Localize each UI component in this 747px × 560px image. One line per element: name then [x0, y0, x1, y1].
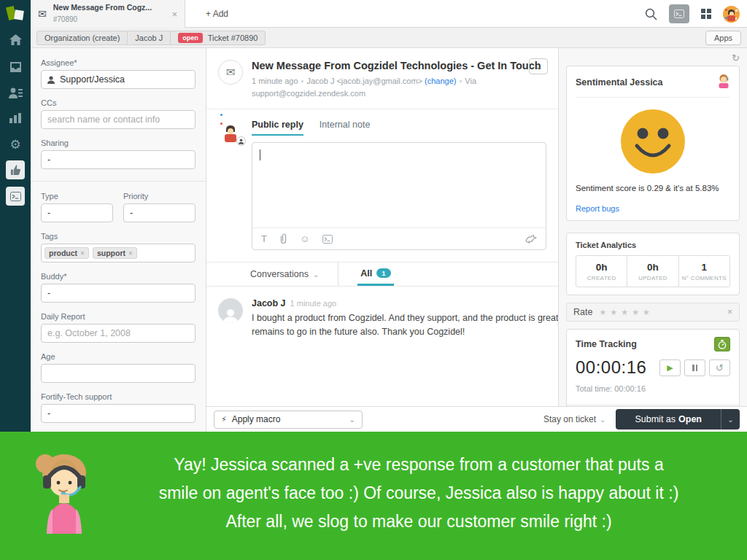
submit-button-group: Submit as Open ⌄ [616, 409, 740, 429]
bird-preview-icon[interactable] [525, 234, 537, 244]
tab-all-conversations[interactable]: All 1 [357, 262, 393, 286]
text-format-icon[interactable]: T [261, 233, 267, 244]
apply-macro-dropdown[interactable]: ⚡ Apply macro ⌄ [214, 411, 363, 429]
apps-panel: ↻ Sentimental Jessica Sentiment score is… [558, 48, 747, 406]
reply-composer: Public reply Internal note T ☺ [206, 109, 558, 262]
tag-chip[interactable]: support × [93, 247, 137, 259]
ticket-tab[interactable]: ✉ New Message From Cogz... #70890 × [31, 0, 185, 28]
rate-label: Rate [573, 307, 592, 317]
stopwatch-settings-button[interactable] [714, 337, 730, 351]
submit-as-open-button[interactable]: Submit as Open [616, 409, 721, 429]
submit-status: Open [678, 414, 702, 424]
rate-stars[interactable]: ★ ★ ★ ★ ★ [599, 308, 651, 317]
add-tab-button[interactable]: + Add [206, 0, 228, 28]
daily-report-input[interactable] [47, 328, 189, 338]
apps-grid-icon[interactable] [701, 9, 711, 19]
breadcrumb-organization[interactable]: Organization (create) [36, 31, 128, 45]
tag-remove-icon[interactable]: × [128, 249, 133, 257]
apply-macro-label: Apply macro [232, 414, 281, 424]
home-icon[interactable] [0, 33, 31, 47]
close-tab-icon[interactable]: × [171, 9, 177, 20]
rate-close-icon[interactable]: × [727, 307, 732, 317]
email-header: ✉ New Message From Cogzidel Technologies… [206, 48, 558, 109]
priority-select[interactable]: - [123, 203, 196, 222]
email-subject: New Message From Cogzidel Technologies -… [252, 60, 543, 71]
text-caret [260, 149, 260, 160]
customers-icon[interactable] [0, 85, 31, 100]
stay-on-ticket-dropdown[interactable]: Stay on ticket ⌄ [543, 414, 605, 424]
ticket-fields-panel: Assignee* Support/Jessica CCs Sharing - … [31, 48, 206, 432]
conversation-count-badge: 1 [376, 268, 390, 278]
email-from: Jacob J <jacob.jay@gmail.com> [306, 77, 422, 85]
tag-chip[interactable]: product × [44, 247, 89, 259]
all-label: All [360, 268, 372, 279]
tab-internal-note[interactable]: Internal note [320, 120, 371, 136]
conversations-dropdown[interactable]: Conversations ⌄ [250, 262, 319, 286]
assignee-select[interactable]: Support/Jessica [41, 70, 196, 89]
emoji-icon[interactable]: ☺ [300, 233, 309, 244]
age-field: Age [41, 352, 196, 383]
console-app-icon[interactable] [6, 187, 25, 206]
sentiment-app-icon[interactable] [6, 160, 25, 179]
timer-pause-button[interactable] [684, 359, 705, 376]
time-tracking-card: Time Tracking 00:00:16 ▶ ↺ Total time: 0… [566, 329, 740, 406]
tag-remove-icon[interactable]: × [80, 249, 85, 257]
comment-author[interactable]: Jacob J [252, 298, 286, 308]
ccs-input[interactable] [47, 114, 189, 125]
tab-public-reply[interactable]: Public reply [252, 120, 303, 136]
composer-tabs: Public reply Internal note [252, 120, 546, 136]
tags-label: Tags [41, 232, 196, 241]
support-agent-illustration [28, 448, 101, 544]
topbar-actions [645, 0, 740, 28]
admin-gear-icon[interactable]: ⚙ [0, 137, 31, 152]
conversations-label: Conversations [250, 269, 309, 279]
apps-button[interactable]: Apps [705, 31, 741, 45]
buddy-select[interactable]: - [41, 284, 196, 303]
fortify-select[interactable]: - [41, 404, 196, 423]
change-link[interactable]: (change) [425, 77, 456, 85]
person-icon [47, 76, 55, 84]
tags-input[interactable]: product × support × [41, 244, 196, 262]
type-select[interactable]: - [41, 203, 113, 222]
reply-editor[interactable]: T ☺ [252, 142, 546, 250]
refresh-apps-icon[interactable]: ↻ [732, 52, 740, 66]
views-icon[interactable] [0, 60, 31, 74]
breadcrumb-requester[interactable]: Jacob J [128, 31, 171, 45]
analytics-title: Ticket Analytics [576, 241, 730, 249]
timer-play-button[interactable]: ▶ [659, 359, 681, 376]
buddy-value: - [47, 288, 50, 298]
envelope-icon: ✉ [38, 8, 47, 20]
priority-field: Priority - [123, 192, 196, 222]
type-field: Type - [41, 192, 113, 222]
jessica-avatar-icon [717, 74, 730, 91]
sharing-label: Sharing [41, 139, 196, 147]
user-avatar[interactable] [723, 6, 740, 23]
submit-options-caret[interactable]: ⌄ [721, 409, 740, 429]
brand-logo[interactable] [0, 0, 31, 28]
sentiment-score-text: Sentiment score is 0.29 & it's at 5.83% [576, 184, 730, 192]
tab-title: New Message From Cogz... [53, 3, 168, 12]
app-shortcut-icon[interactable] [322, 235, 333, 244]
rate-widget: Rate ★ ★ ★ ★ ★ × [566, 303, 740, 322]
chevron-down-icon: ⌄ [313, 271, 319, 279]
sharing-select[interactable]: - [41, 150, 196, 169]
console-button[interactable] [669, 4, 689, 23]
age-input[interactable] [47, 368, 189, 378]
header-options-button[interactable]: ⌄ [529, 58, 548, 74]
divider [338, 262, 338, 286]
search-icon[interactable] [645, 8, 657, 20]
age-label: Age [41, 352, 196, 361]
timer-reset-button[interactable]: ↺ [709, 359, 730, 376]
analytics-updated: 0h UPDATED [627, 256, 678, 287]
fortify-field: Fortify-Tech support - [41, 392, 196, 423]
assignee-value: Support/Jessica [60, 74, 125, 85]
attachment-icon[interactable] [280, 233, 287, 244]
zendesk-app: ⚙ ✉ New Message From Cogz... #70890 × + … [0, 0, 747, 560]
fortify-label: Fortify-Tech support [41, 392, 196, 401]
reporting-icon[interactable] [0, 111, 31, 125]
breadcrumb-ticket[interactable]: open Ticket #70890 [171, 31, 266, 45]
report-bugs-link[interactable]: Report bugs [576, 204, 730, 213]
daily-report-label: Daily Report [41, 312, 196, 321]
banner-line-2: smile on agent's face too :) Of course, … [102, 479, 735, 508]
fields-divider [31, 181, 206, 182]
